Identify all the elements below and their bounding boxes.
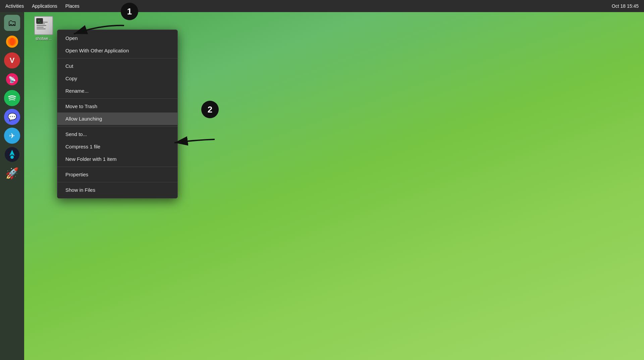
menu-item-new-folder[interactable]: New Folder with 1 item — [57, 153, 177, 165]
annotation-circle-1: 1 — [121, 3, 138, 20]
vivaldi-icon: V — [5, 54, 19, 67]
dock-icon-discord[interactable]: 💬 — [4, 109, 20, 125]
dock-icon-spotify[interactable] — [4, 90, 20, 106]
places-button[interactable]: Places — [65, 3, 79, 9]
menu-item-cut[interactable]: Cut — [57, 60, 177, 72]
topbar: Activities Applications Places Oct 18 15… — [0, 0, 644, 12]
dock-icon-telegram[interactable]: ✈ — [4, 128, 20, 144]
activities-button[interactable]: Activities — [5, 3, 24, 9]
svg-point-12 — [10, 155, 14, 159]
menu-separator-3 — [57, 126, 177, 127]
dock-icon-wireless[interactable]: 📡 — [4, 71, 20, 87]
menu-item-open[interactable]: Open — [57, 32, 177, 44]
menu-separator-1 — [57, 58, 177, 58]
rocket-icon: 🚀 — [5, 167, 19, 180]
topbar-left: Activities Applications Places — [5, 3, 79, 9]
dock-icon-firefox[interactable] — [4, 34, 20, 50]
dock-icon-krita[interactable] — [4, 146, 20, 163]
wireless-icon: 📡 — [5, 73, 19, 86]
menu-item-send-to[interactable]: Send to... — [57, 128, 177, 140]
files-icon: 🗂 — [8, 18, 16, 28]
desktop: Activities Applications Places Oct 18 15… — [0, 0, 644, 360]
applications-button[interactable]: Applications — [32, 3, 57, 9]
menu-item-rename[interactable]: Rename... — [57, 85, 177, 97]
menu-item-show-in-files[interactable]: Show in Files — [57, 184, 177, 196]
dock-icon-rocket[interactable]: 🚀 — [4, 165, 20, 181]
file-icon-image: >_ — [34, 16, 53, 35]
menu-separator-4 — [57, 167, 177, 167]
menu-item-open-with-other[interactable]: Open With Other Application — [57, 44, 177, 57]
svg-text:💬: 💬 — [8, 113, 17, 122]
menu-item-properties[interactable]: Properties — [57, 168, 177, 181]
file-icon-label: shotwe... — [36, 36, 52, 41]
krita-icon — [5, 147, 19, 162]
context-menu: Open Open With Other Application Cut Cop… — [57, 30, 178, 198]
menu-item-copy[interactable]: Copy — [57, 72, 177, 85]
svg-text:📡: 📡 — [8, 76, 16, 83]
svg-text:V: V — [10, 56, 15, 64]
menu-separator-2 — [57, 98, 177, 99]
menu-item-move-to-trash[interactable]: Move to Trash — [57, 100, 177, 113]
topbar-datetime: Oct 18 15:45 — [612, 3, 639, 9]
menu-item-allow-launching[interactable]: Allow Launching — [57, 113, 177, 125]
spotify-icon — [5, 91, 19, 105]
menu-item-compress[interactable]: Compress 1 file — [57, 140, 177, 153]
dock-icon-files[interactable]: 🗂 — [4, 15, 20, 31]
firefox-icon — [5, 35, 19, 48]
dock-icon-vivaldi[interactable]: V — [4, 52, 20, 69]
telegram-icon: ✈ — [5, 128, 19, 143]
annotation-circle-2: 2 — [201, 101, 219, 118]
menu-separator-5 — [57, 182, 177, 182]
svg-text:✈: ✈ — [9, 132, 15, 140]
dock: 🗂 V 📡 — [0, 12, 24, 360]
discord-icon: 💬 — [5, 109, 19, 124]
desktop-file-icon[interactable]: >_ shotwe... — [30, 16, 57, 41]
